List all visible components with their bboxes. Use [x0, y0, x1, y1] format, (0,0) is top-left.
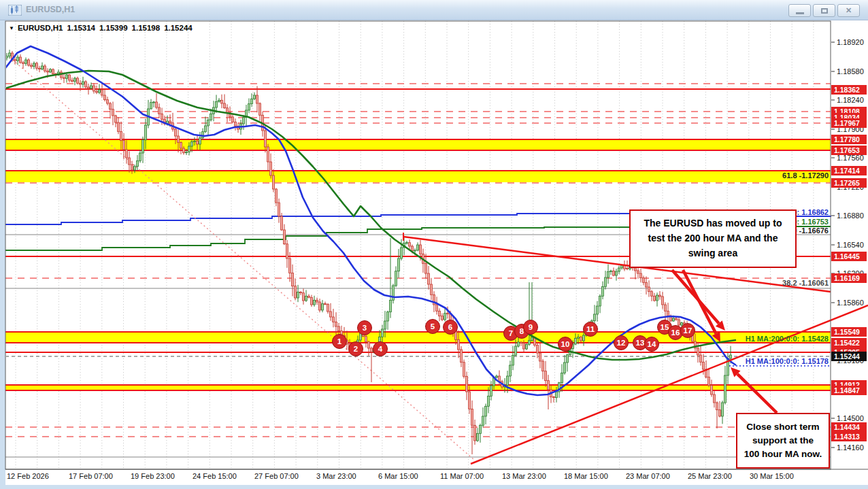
ohlc-low: 1.15198 [132, 24, 161, 32]
ohlc-close: 1.15244 [164, 24, 193, 32]
svg-text:13 Mar 23:00: 13 Mar 23:00 [502, 472, 546, 480]
svg-text:1.17653: 1.17653 [834, 146, 860, 154]
svg-text:1.15860: 1.15860 [837, 299, 864, 307]
svg-text:19 Feb 23:00: 19 Feb 23:00 [131, 472, 175, 480]
annotation-box-200ma: The EURUSD has moved up to test the 200 … [629, 209, 797, 268]
candles-layer [6, 50, 732, 454]
svg-text:1.14160: 1.14160 [837, 443, 864, 452]
svg-text:6: 6 [448, 323, 452, 331]
svg-text:4: 4 [378, 345, 383, 353]
gray-levels-layer [5, 235, 831, 457]
svg-text:7: 7 [509, 329, 513, 337]
svg-text:16: 16 [671, 328, 680, 337]
price-scale[interactable]: 1.189201.185801.182401.179001.175601.172… [831, 38, 867, 452]
ohlc-info: ▼EURUSD,H11.153141.153991.151981.15244 [9, 24, 197, 32]
svg-text:H1 MA:200:0:0: 1.15428: H1 MA:200:0:0: 1.15428 [746, 335, 829, 343]
svg-text:12: 12 [617, 339, 626, 347]
svg-text:1.15244: 1.15244 [834, 352, 860, 360]
svg-text:1.15422: 1.15422 [834, 339, 860, 347]
svg-text:1.16169: 1.16169 [834, 274, 860, 282]
svg-text:1.18362: 1.18362 [834, 86, 860, 94]
svg-text:13: 13 [636, 339, 645, 347]
svg-text:1.15549: 1.15549 [834, 328, 860, 336]
svg-text:11: 11 [586, 325, 595, 333]
svg-text:1.14500: 1.14500 [837, 414, 864, 422]
svg-text:0: 1.16862: 0: 1.16862 [792, 208, 829, 216]
svg-text:3: 3 [363, 324, 367, 332]
svg-text:0: 1.16753: 0: 1.16753 [792, 218, 829, 226]
svg-text:10: 10 [561, 340, 570, 348]
svg-text:17 Feb 07:00: 17 Feb 07:00 [69, 472, 113, 480]
svg-text:1.16880: 1.16880 [837, 212, 864, 220]
svg-text:9: 9 [529, 323, 533, 331]
svg-text:1.18240: 1.18240 [837, 96, 864, 104]
svg-text:1.17414: 1.17414 [834, 167, 860, 175]
svg-text:1.17967: 1.17967 [834, 119, 860, 127]
svg-text:27 Feb 07:00: 27 Feb 07:00 [254, 472, 299, 480]
time-scale[interactable]: 12 Feb 202617 Feb 07:0019 Feb 23:0024 Fe… [7, 472, 794, 480]
svg-text:38.2 -1.16061: 38.2 -1.16061 [782, 279, 829, 287]
level-labels-layer: 61.8 -1.172900: 1.168620: 1.167530 -1.16… [746, 171, 829, 365]
svg-text:24 Feb 15:00: 24 Feb 15:00 [193, 472, 237, 480]
svg-text:1.14313: 1.14313 [834, 433, 860, 441]
annotation-box-100ma: Close short term support at the 100 hour… [736, 413, 830, 469]
svg-text:1.18580: 1.18580 [837, 67, 864, 75]
svg-text:H1 MA:100:0:0: 1.15178: H1 MA:100:0:0: 1.15178 [746, 357, 829, 365]
svg-text:1.18920: 1.18920 [837, 38, 864, 46]
ohlc-high: 1.15399 [99, 24, 128, 32]
svg-text:1.16445: 1.16445 [834, 252, 860, 260]
svg-text:25 Mar 23:00: 25 Mar 23:00 [688, 472, 732, 480]
symbol-dropdown-icon[interactable]: ▼ [9, 25, 14, 31]
ohlc-symbol: EURUSD,H1 [18, 24, 63, 32]
svg-text:1: 1 [337, 337, 342, 345]
svg-text:1.17265: 1.17265 [834, 179, 860, 187]
svg-text:1.14847: 1.14847 [834, 386, 860, 394]
svg-text:18 Mar 15:00: 18 Mar 15:00 [564, 472, 608, 480]
svg-text:1.16540: 1.16540 [837, 241, 864, 249]
svg-text:61.8 -1.17290: 61.8 -1.17290 [782, 171, 829, 180]
svg-text:15: 15 [661, 323, 669, 331]
svg-text:12 Feb 2026: 12 Feb 2026 [7, 472, 49, 480]
ohlc-open: 1.15314 [67, 24, 95, 32]
svg-text:6 Mar 15:00: 6 Mar 15:00 [378, 472, 418, 480]
svg-text:1.14434: 1.14434 [834, 423, 860, 431]
svg-text:11 Mar 07:00: 11 Mar 07:00 [440, 472, 484, 480]
svg-text:1.17780: 1.17780 [834, 135, 860, 144]
svg-text:23 Mar 07:00: 23 Mar 07:00 [626, 472, 670, 480]
svg-text:0 -1.16676: 0 -1.16676 [792, 226, 829, 235]
svg-text:14: 14 [648, 340, 656, 348]
svg-text:2: 2 [354, 345, 358, 353]
svg-text:17: 17 [684, 326, 692, 335]
svg-text:3 Mar 23:00: 3 Mar 23:00 [316, 472, 356, 480]
svg-text:30 Mar 15:00: 30 Mar 15:00 [750, 472, 794, 480]
svg-text:5: 5 [431, 322, 435, 331]
